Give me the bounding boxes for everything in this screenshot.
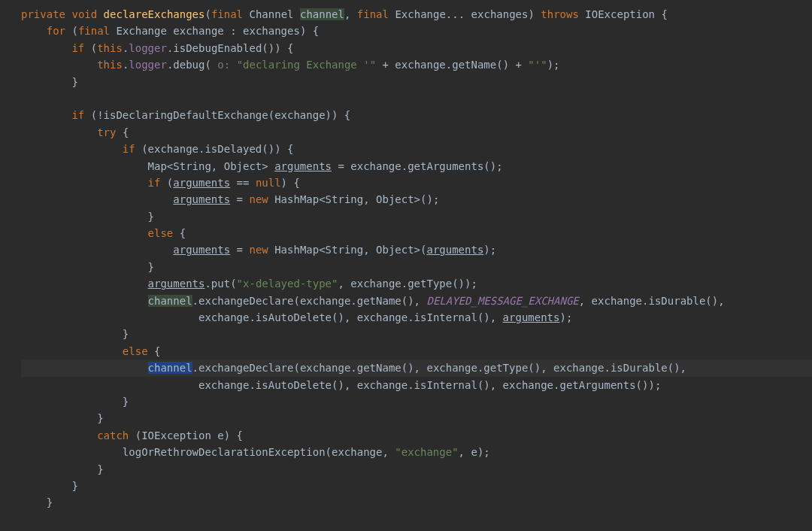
text: .debug( — [167, 59, 217, 71]
code-line[interactable]: exchange.isAutoDelete(), exchange.isInte… — [21, 309, 812, 326]
code-line[interactable]: } — [21, 393, 812, 410]
text: = — [230, 193, 249, 205]
param-hint: o: — [217, 59, 230, 71]
code-line[interactable] — [21, 90, 812, 107]
highlighted-param: channel — [300, 8, 344, 20]
code-line[interactable]: } — [21, 74, 812, 90]
text: HashMap<String, Object>( — [268, 244, 427, 256]
code-line[interactable]: } — [21, 410, 812, 426]
brace: } — [71, 76, 77, 88]
code-line[interactable]: } — [21, 461, 812, 478]
text: ... — [446, 8, 465, 20]
code-line[interactable]: private void declareExchanges(final Chan… — [21, 6, 812, 23]
text: , exchange.getType()); — [338, 278, 477, 290]
indent — [21, 396, 123, 408]
keyword: if — [123, 143, 135, 155]
code-line[interactable]: } — [21, 494, 812, 511]
text: exchange.isAutoDelete(), exchange.isInte… — [198, 311, 503, 323]
indent — [21, 244, 173, 256]
keyword: final — [357, 8, 389, 20]
text — [230, 59, 236, 71]
field: logger — [129, 59, 167, 71]
variable: arguments — [426, 244, 483, 256]
indent — [21, 362, 148, 374]
string: "exchange" — [395, 446, 458, 458]
code-line-cursor[interactable]: channel.exchangeDeclare(exchange.getName… — [21, 360, 812, 376]
text: ); — [559, 311, 572, 323]
indent — [21, 59, 97, 71]
code-line[interactable]: Map<String, Object> arguments = exchange… — [21, 158, 812, 174]
keyword: final — [78, 25, 110, 37]
keyword: throws — [541, 8, 579, 20]
indent — [21, 328, 123, 340]
constant: DELAYED_MESSAGE_EXCHANGE — [426, 295, 578, 307]
brace: } — [148, 211, 154, 223]
brace: } — [123, 396, 129, 408]
code-line[interactable]: else { — [21, 343, 812, 360]
code-line[interactable]: if (arguments == null) { — [21, 174, 812, 191]
text: , e); — [459, 446, 490, 458]
indent — [21, 463, 97, 475]
code-line[interactable]: if (exchange.isDelayed()) { — [21, 141, 812, 157]
text: ( — [65, 25, 78, 37]
code-line[interactable]: } — [21, 208, 812, 225]
cursor-selection: channel — [148, 362, 192, 374]
code-line[interactable]: if (!isDeclaringDefaultExchange(exchange… — [21, 107, 812, 123]
indent — [21, 446, 123, 458]
code-line[interactable]: } — [21, 478, 812, 494]
text: { — [655, 8, 668, 20]
variable: arguments — [148, 278, 205, 290]
keyword: else — [148, 227, 174, 239]
code-line[interactable]: channel.exchangeDeclare(exchange.getName… — [21, 293, 812, 309]
indent — [21, 25, 47, 37]
text: logOrRethrowDeclarationException(exchang… — [123, 446, 395, 458]
code-line[interactable]: for (final Exchange exchange : exchanges… — [21, 23, 812, 39]
keyword: try — [97, 126, 116, 138]
keyword: if — [71, 109, 84, 121]
indent — [21, 76, 71, 88]
text: .isDebugEnabled()) { — [167, 42, 294, 54]
indent — [21, 177, 148, 189]
brace: } — [71, 480, 77, 492]
code-line[interactable]: logOrRethrowDeclarationException(exchang… — [21, 444, 812, 460]
keyword: new — [249, 193, 268, 205]
brace: } — [123, 328, 129, 340]
keyword: private — [21, 8, 65, 20]
code-line[interactable]: catch (IOException e) { — [21, 427, 812, 444]
keyword: null — [256, 177, 281, 189]
code-line[interactable]: exchange.isAutoDelete(), exchange.isInte… — [21, 377, 812, 393]
code-line[interactable]: if (this.logger.isDebugEnabled()) { — [21, 40, 812, 56]
text: , exchange.isDurable(), — [579, 295, 725, 307]
type: Channel — [250, 8, 294, 20]
variable: arguments — [503, 311, 560, 323]
type: Exchange — [395, 8, 445, 20]
code-line[interactable]: } — [21, 326, 812, 342]
code-line[interactable]: arguments.put("x-delayed-type", exchange… — [21, 275, 812, 292]
blank — [21, 93, 27, 105]
indent — [21, 193, 173, 205]
code-line[interactable]: arguments = new HashMap<String, Object>(… — [21, 191, 812, 208]
code-line[interactable]: this.logger.debug( o: "declaring Exchang… — [21, 56, 812, 73]
keyword: void — [71, 8, 97, 20]
text: .put( — [205, 278, 236, 290]
indent — [21, 429, 97, 441]
text: ( — [84, 42, 97, 54]
code-line[interactable]: else { — [21, 225, 812, 241]
text: .exchangeDeclare(exchange.getName(), exc… — [192, 362, 686, 374]
code-editor[interactable]: private void declareExchanges(final Chan… — [21, 6, 812, 511]
text: (exchange.isDelayed()) { — [135, 143, 294, 155]
text: ); — [483, 244, 496, 256]
text: == — [230, 177, 256, 189]
text: { — [173, 227, 186, 239]
code-line[interactable]: arguments = new HashMap<String, Object>(… — [21, 241, 812, 258]
indent — [21, 311, 198, 323]
string: "x-delayed-type" — [237, 278, 338, 290]
variable: arguments — [274, 160, 332, 172]
indent — [21, 261, 148, 273]
variable: arguments — [173, 244, 230, 256]
text: = — [230, 244, 249, 256]
brace: } — [148, 261, 154, 273]
code-line[interactable]: } — [21, 259, 812, 275]
code-line[interactable]: try { — [21, 124, 812, 141]
exception: IOException — [585, 8, 655, 20]
